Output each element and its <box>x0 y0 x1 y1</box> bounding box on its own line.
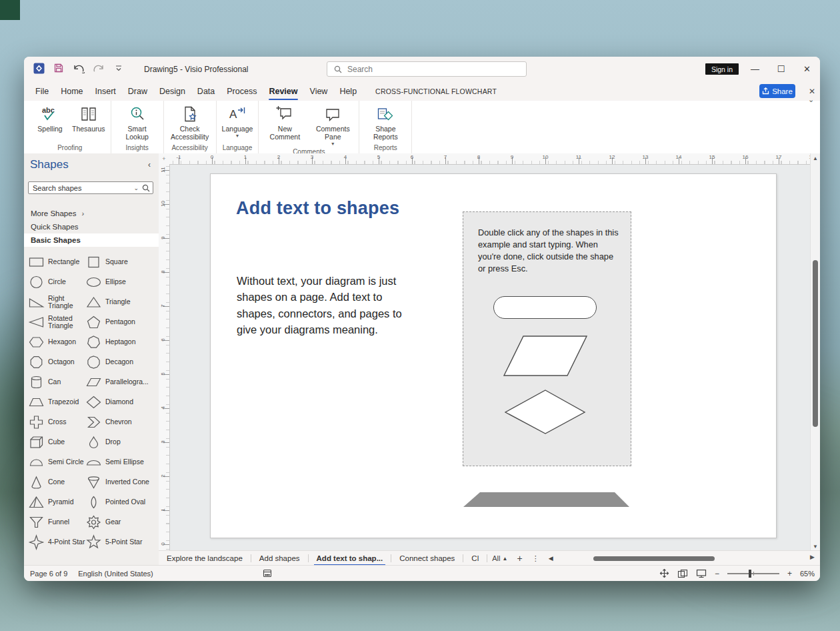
vertical-scrollbar[interactable]: ▲ ▼ <box>810 153 820 551</box>
page-tab-add-shapes[interactable]: Add shapes <box>251 551 308 566</box>
tab-draw[interactable]: Draw <box>122 81 153 101</box>
smart-lookup-button[interactable]: Smart Lookup <box>114 104 161 141</box>
search-shapes-icon[interactable] <box>142 184 150 192</box>
tab-review[interactable]: Review <box>263 81 303 101</box>
stencil-shape-triangle[interactable]: Triangle <box>85 292 152 312</box>
shapes-search-input[interactable]: Search shapes ⌄ <box>28 181 153 194</box>
stencil-shape-cone[interactable]: Cone <box>28 472 85 492</box>
stencil-shape-parallelogram[interactable]: Parallelogra... <box>85 372 152 392</box>
scroll-down-icon[interactable]: ▼ <box>811 542 820 551</box>
fit-page-icon[interactable] <box>677 569 688 578</box>
scroll-right-icon[interactable]: ▶ <box>810 554 815 560</box>
collapse-panel-icon[interactable]: ‹ <box>148 160 151 169</box>
stencil-shape-gear[interactable]: Gear <box>85 512 152 532</box>
page-tab-connect-shapes[interactable]: Connect shapes <box>391 551 463 566</box>
stencil-shape-heptagon[interactable]: Heptagon <box>85 332 152 352</box>
pan-zoom-icon[interactable] <box>659 568 669 578</box>
parallelogram-shape[interactable] <box>503 336 588 377</box>
macro-icon[interactable] <box>263 569 272 578</box>
tab-view[interactable]: View <box>304 81 334 101</box>
drawing-page[interactable]: Add text to shapes Without text, your di… <box>210 173 777 538</box>
tab-insert[interactable]: Insert <box>89 81 122 101</box>
stencil-shape-hexagon[interactable]: Hexagon <box>28 332 85 352</box>
more-pages-icon[interactable]: ⋮ <box>527 554 544 563</box>
stencil-shape-semi-circle[interactable]: Semi Circle <box>28 452 85 472</box>
save-icon[interactable] <box>52 61 65 75</box>
minimize-button[interactable]: — <box>742 57 768 81</box>
stencil-shape-rectangle[interactable]: Rectangle <box>28 252 85 272</box>
add-page-button[interactable]: + <box>512 553 527 564</box>
undo-icon[interactable] <box>72 61 85 75</box>
thesaurus-button[interactable]: Thesaurus <box>69 104 108 133</box>
stencil-shape-inverted-cone[interactable]: Inverted Cone <box>85 472 152 492</box>
sidebar-item-more-shapes[interactable]: More Shapes› <box>24 207 159 220</box>
maximize-button[interactable]: ☐ <box>768 57 794 81</box>
zoom-slider[interactable] <box>727 573 779 574</box>
presentation-mode-icon[interactable] <box>696 569 707 578</box>
search-box[interactable]: Search <box>327 61 527 77</box>
stencil-shape-chevron[interactable]: Chevron <box>85 412 152 432</box>
tab-process[interactable]: Process <box>221 81 263 101</box>
close-button[interactable]: ✕ <box>794 57 820 81</box>
stencil-shape-rotated-triangle[interactable]: Rotated Triangle <box>28 312 85 332</box>
zoom-level[interactable]: 65% <box>800 570 815 578</box>
example-shapes-panel[interactable]: Double click any of the shapes in this e… <box>463 211 631 466</box>
stencil-shape-pentagon[interactable]: Pentagon <box>85 312 152 332</box>
sidebar-item-basic-shapes[interactable]: Basic Shapes <box>24 233 159 247</box>
vertical-scroll-thumb[interactable] <box>813 260 818 427</box>
page-tab-cl[interactable]: Cl <box>463 551 487 566</box>
zoom-out-button[interactable]: − <box>715 569 719 578</box>
sidebar-item-quick-shapes[interactable]: Quick Shapes <box>24 220 159 233</box>
stencil-shape-ellipse[interactable]: Ellipse <box>85 272 152 292</box>
stencil-shape-diamond[interactable]: Diamond <box>85 392 152 412</box>
customize-qat-icon[interactable] <box>112 61 125 75</box>
all-pages-button[interactable]: All ▲ <box>487 554 512 562</box>
stencil-shape-star-4[interactable]: 4-Point Star <box>28 532 85 552</box>
tab-cross-functional-flowchart[interactable]: CROSS-FUNCTIONAL FLOWCHART <box>369 81 503 101</box>
tab-file[interactable]: File <box>29 81 55 101</box>
scroll-tabs-left-icon[interactable]: ◀ <box>544 555 558 562</box>
tab-design[interactable]: Design <box>153 81 191 101</box>
collapse-ribbon-icon[interactable]: ⌄ <box>808 95 814 104</box>
stencil-shape-octagon[interactable]: Octagon <box>28 352 85 372</box>
zoom-slider-thumb[interactable] <box>749 570 751 578</box>
diamond-shape[interactable] <box>505 390 586 435</box>
page-indicator[interactable]: Page 6 of 9 <box>30 570 67 578</box>
stencil-shape-can[interactable]: Can <box>28 372 85 392</box>
new-comment-button[interactable]: New Comment <box>261 104 308 141</box>
comments-pane-button[interactable]: Comments Pane▾ <box>309 104 356 147</box>
zoom-in-button[interactable]: + <box>787 569 792 578</box>
tab-data[interactable]: Data <box>191 81 221 101</box>
page-tab-explore-the-landscape[interactable]: Explore the landscape <box>159 551 251 566</box>
horizontal-scrollbar[interactable] <box>579 556 800 561</box>
language-button[interactable]: ALanguage▾ <box>219 104 256 139</box>
shadow-trapezoid-shape[interactable] <box>463 492 630 508</box>
share-button[interactable]: Share <box>759 84 795 98</box>
stencil-shape-pyramid[interactable]: Pyramid <box>28 492 85 512</box>
search-dropdown-icon[interactable]: ⌄ <box>133 185 139 191</box>
stencil-shape-cross[interactable]: Cross <box>28 412 85 432</box>
tab-help[interactable]: Help <box>333 81 363 101</box>
stencil-shape-semi-ellipse[interactable]: Semi Ellipse <box>85 452 152 472</box>
check-accessibility-button[interactable]: Check Accessibility <box>167 104 213 141</box>
stencil-shape-funnel[interactable]: Funnel <box>28 512 85 532</box>
horizontal-scroll-thumb[interactable] <box>593 556 715 561</box>
page-tab-add-text-to-shap[interactable]: Add text to shap... <box>309 551 391 566</box>
scroll-up-icon[interactable]: ▲ <box>811 153 820 163</box>
stencil-shape-star-5[interactable]: 5-Point Star <box>85 532 152 552</box>
stencil-shape-trapezoid[interactable]: Trapezoid <box>28 392 85 412</box>
redo-icon[interactable] <box>92 61 105 75</box>
sign-in-button[interactable]: Sign in <box>705 63 739 75</box>
language-indicator[interactable]: English (United States) <box>78 570 153 578</box>
drawing-viewport[interactable]: Add text to shapes Without text, your di… <box>169 164 811 551</box>
stencil-shape-decagon[interactable]: Decagon <box>85 352 152 372</box>
stencil-shape-circle[interactable]: Circle <box>28 272 85 292</box>
stencil-shape-pointed-oval[interactable]: Pointed Oval <box>85 492 152 512</box>
stencil-shape-drop[interactable]: Drop <box>85 432 152 452</box>
tab-home[interactable]: Home <box>55 81 89 101</box>
stencil-shape-square[interactable]: Square <box>85 252 152 272</box>
stencil-shape-cube[interactable]: Cube <box>28 432 85 452</box>
spelling-button[interactable]: abcSpelling <box>32 104 68 133</box>
terminator-shape[interactable] <box>493 296 597 319</box>
stencil-shape-right-triangle[interactable]: Right Triangle <box>28 292 85 312</box>
